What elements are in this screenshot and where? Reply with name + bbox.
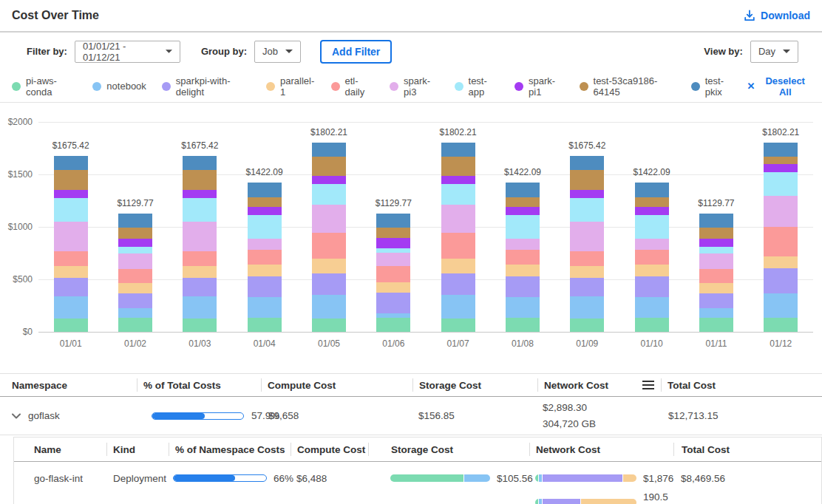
stacked-bar-01/09[interactable] — [570, 156, 604, 332]
bar-segment-spark-pi1[interactable] — [570, 190, 604, 198]
download-button[interactable]: Download — [744, 10, 810, 21]
bar-segment-sparkpi-with-delight[interactable] — [441, 273, 475, 294]
legend-item-spark-pi1[interactable]: spark-pi1 — [514, 75, 563, 98]
bar-segment-test-pkix[interactable] — [764, 143, 798, 157]
bar-segment-notebook[interactable] — [764, 293, 798, 318]
bar-segment-sparkpi-with-delight[interactable] — [635, 276, 669, 297]
bar-segment-parallel-1[interactable] — [635, 265, 669, 276]
bar-segment-parallel-1[interactable] — [183, 266, 217, 279]
bar-segment-test-53ca9186-64145[interactable] — [248, 197, 282, 207]
bar-segment-test-53ca9186-64145[interactable] — [506, 197, 540, 207]
hamburger-icon[interactable] — [642, 380, 655, 390]
legend-item-parallel-1[interactable]: parallel-1 — [266, 75, 315, 98]
view-by-select[interactable]: Day — [750, 41, 798, 63]
bar-segment-sparkpi-with-delight[interactable] — [506, 276, 540, 297]
bar-segment-test-pkix[interactable] — [183, 156, 217, 170]
bar-segment-test-app[interactable] — [118, 247, 152, 253]
bar-segment-notebook[interactable] — [570, 296, 604, 319]
bar-segment-pi-aws-conda[interactable] — [183, 319, 217, 332]
bar-segment-etl-daily[interactable] — [699, 269, 733, 283]
stacked-bar-01/05[interactable] — [312, 143, 346, 332]
bar-segment-test-app[interactable] — [312, 184, 346, 204]
bar-segment-spark-pi3[interactable] — [376, 253, 410, 266]
bar-segment-spark-pi3[interactable] — [118, 253, 152, 269]
stacked-bar-01/10[interactable] — [635, 183, 669, 332]
bar-segment-test-53ca9186-64145[interactable] — [376, 228, 410, 238]
bar-segment-spark-pi3[interactable] — [764, 196, 798, 227]
bar-segment-sparkpi-with-delight[interactable] — [183, 278, 217, 296]
legend-item-test-pkix[interactable]: test-pkix — [691, 75, 737, 98]
bar-segment-etl-daily[interactable] — [248, 250, 282, 265]
bar-segment-spark-pi3[interactable] — [312, 205, 346, 233]
bar-segment-test-app[interactable] — [570, 198, 604, 222]
bar-segment-sparkpi-with-delight[interactable] — [312, 273, 346, 294]
bar-segment-spark-pi3[interactable] — [635, 239, 669, 251]
bar-segment-sparkpi-with-delight[interactable] — [376, 293, 410, 313]
bar-segment-etl-daily[interactable] — [376, 266, 410, 282]
bar-segment-spark-pi1[interactable] — [54, 190, 88, 198]
bar-segment-notebook[interactable] — [118, 308, 152, 318]
bar-segment-test-pkix[interactable] — [441, 143, 475, 156]
bar-segment-parallel-1[interactable] — [699, 283, 733, 293]
bar-segment-notebook[interactable] — [312, 295, 346, 319]
bar-segment-parallel-1[interactable] — [312, 259, 346, 273]
bar-segment-sparkpi-with-delight[interactable] — [570, 278, 604, 296]
bar-segment-spark-pi3[interactable] — [54, 222, 88, 251]
bar-segment-test-app[interactable] — [699, 247, 733, 253]
bar-segment-test-pkix[interactable] — [54, 156, 88, 170]
bar-segment-etl-daily[interactable] — [54, 251, 88, 266]
legend-item-sparkpi-with-delight[interactable]: sparkpi-with-delight — [162, 75, 251, 98]
bar-segment-test-pkix[interactable] — [635, 183, 669, 197]
bar-segment-etl-daily[interactable] — [183, 251, 217, 266]
bar-segment-pi-aws-conda[interactable] — [118, 318, 152, 332]
bar-segment-etl-daily[interactable] — [635, 250, 669, 265]
stacked-bar-01/06[interactable] — [376, 214, 410, 332]
bar-segment-spark-pi3[interactable] — [570, 222, 604, 251]
bar-segment-spark-pi1[interactable] — [248, 207, 282, 216]
bar-segment-sparkpi-with-delight[interactable] — [54, 278, 88, 296]
bar-segment-test-app[interactable] — [441, 184, 475, 204]
bar-segment-notebook[interactable] — [699, 308, 733, 318]
stacked-bar-01/02[interactable] — [118, 214, 152, 332]
bar-segment-pi-aws-conda[interactable] — [635, 318, 669, 332]
bar-segment-etl-daily[interactable] — [570, 251, 604, 266]
stacked-bar-01/07[interactable] — [441, 143, 475, 332]
bar-segment-parallel-1[interactable] — [248, 265, 282, 276]
bar-segment-test-app[interactable] — [54, 198, 88, 222]
bar-segment-sparkpi-with-delight[interactable] — [764, 268, 798, 293]
bar-segment-test-pkix[interactable] — [312, 143, 346, 156]
bar-segment-pi-aws-conda[interactable] — [764, 318, 798, 332]
bar-segment-pi-aws-conda[interactable] — [54, 319, 88, 332]
bar-segment-test-53ca9186-64145[interactable] — [312, 157, 346, 177]
bar-segment-spark-pi3[interactable] — [441, 205, 475, 233]
bar-segment-spark-pi1[interactable] — [506, 207, 540, 216]
bar-segment-spark-pi1[interactable] — [699, 239, 733, 248]
bar-segment-parallel-1[interactable] — [441, 259, 475, 273]
bar-segment-etl-daily[interactable] — [118, 269, 152, 283]
chevron-down-icon[interactable] — [12, 413, 21, 419]
bar-segment-parallel-1[interactable] — [570, 266, 604, 279]
bar-segment-pi-aws-conda[interactable] — [441, 319, 475, 332]
bar-segment-spark-pi3[interactable] — [248, 239, 282, 251]
bar-segment-spark-pi3[interactable] — [183, 222, 217, 251]
bar-segment-test-pkix[interactable] — [699, 214, 733, 228]
bar-segment-parallel-1[interactable] — [118, 283, 152, 293]
bar-segment-pi-aws-conda[interactable] — [506, 318, 540, 332]
bar-segment-notebook[interactable] — [441, 295, 475, 319]
bar-segment-pi-aws-conda[interactable] — [248, 318, 282, 332]
bar-segment-pi-aws-conda[interactable] — [376, 318, 410, 332]
bar-segment-test-pkix[interactable] — [118, 214, 152, 228]
bar-segment-parallel-1[interactable] — [376, 282, 410, 293]
bar-segment-test-53ca9186-64145[interactable] — [441, 157, 475, 177]
bar-segment-test-app[interactable] — [506, 215, 540, 238]
bar-segment-pi-aws-conda[interactable] — [312, 319, 346, 332]
bar-segment-spark-pi1[interactable] — [635, 207, 669, 216]
group-by-select[interactable]: Job — [254, 41, 301, 63]
bar-segment-parallel-1[interactable] — [764, 256, 798, 268]
deselect-all-button[interactable]: ✕ Deselect All — [747, 75, 810, 98]
bar-segment-spark-pi1[interactable] — [312, 176, 346, 184]
legend-item-pi-aws-conda[interactable]: pi-aws-conda — [12, 75, 77, 98]
bar-segment-spark-pi1[interactable] — [183, 190, 217, 198]
bar-segment-test-app[interactable] — [764, 172, 798, 196]
bar-segment-spark-pi1[interactable] — [376, 238, 410, 248]
